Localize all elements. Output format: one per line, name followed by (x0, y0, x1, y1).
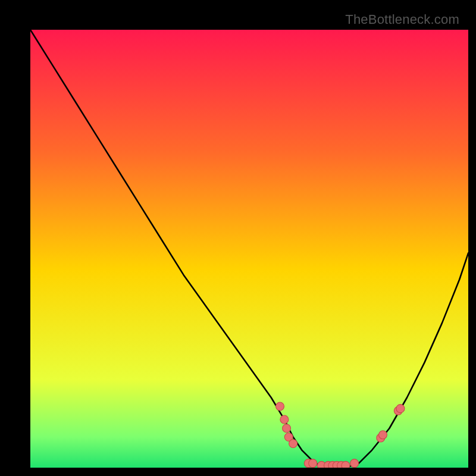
curve-marker-6 (309, 459, 317, 468)
curve-marker-13 (350, 459, 359, 468)
curve-marker-1 (280, 415, 289, 424)
curve-marker-0 (276, 402, 284, 411)
curve-marker-4 (289, 440, 298, 448)
chart-frame: TheBottleneck.com (12, 12, 464, 464)
curve-marker-17 (396, 405, 405, 413)
watermark-text: TheBottleneck.com (345, 12, 459, 27)
curve-marker-15 (378, 431, 387, 439)
curve-marker-2 (283, 424, 291, 433)
gradient-background (30, 30, 468, 468)
curve-marker-12 (342, 461, 350, 468)
bottleneck-chart (30, 30, 468, 468)
